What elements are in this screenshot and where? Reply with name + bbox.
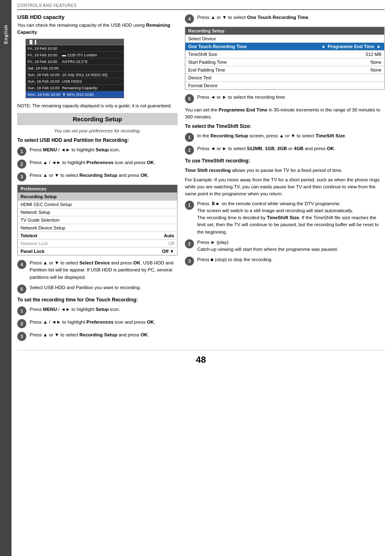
- tv-row-6: Sun, 18 Feb 10:00 USB HDD3: [26, 78, 124, 85]
- tv-row-8: Mon, 18 Feb 10:00 ▼ 86% (912.0GB): [26, 91, 124, 98]
- step-2-text: Press ▲ / ◄► to highlight Preferences ic…: [30, 159, 178, 166]
- right-column: 4 Press ▲ or ▼ to select One Touch Recor…: [185, 14, 385, 344]
- timeshift-section-heading: To select the TimeShift Size:: [185, 123, 385, 129]
- s2-step-3-text: Press ▲ or ▼ to select Recording Setup a…: [30, 331, 178, 338]
- preferences-table: Preferences Recording Setup HDMI CEC Con…: [17, 185, 178, 255]
- pref-network-lock: Network Lock Off: [18, 240, 177, 248]
- step-5-badge: 5: [17, 285, 26, 294]
- tv-row-7: Sun, 18 Feb 10:00 Remaining Capacity:: [26, 85, 124, 91]
- ts-step-2-row: 2 Press ◄ or ► to select 512MB, 1GB, 2GB…: [185, 145, 385, 155]
- rs-header: Recording Setup: [185, 27, 384, 35]
- s2-step-1-row: 1 Press MENU / ◄► to highlight Setup ico…: [17, 306, 178, 315]
- ts-step-1-row: 1 In the Recording Setup screen, press ▲…: [185, 132, 385, 142]
- pref-teletext: Teletext Auto: [18, 232, 177, 240]
- ts-step-2-text: Press ◄ or ► to select 512MB, 1GB, 2GB o…: [197, 145, 385, 152]
- side-language-tab: English: [0, 0, 12, 556]
- header-bar: CONTROLS AND FEATURES: [17, 3, 385, 10]
- usb-hdd-intro-text: You can check the remaining capacity of …: [17, 23, 145, 28]
- ts-use-step-1-text: Press ⏸► on the remote control while vie…: [197, 200, 385, 236]
- otr-step-4-text: Press ▲ or ▼ to select One Touch Recordi…: [197, 14, 385, 21]
- main-content: CONTROLS AND FEATURES USB HDD capacity Y…: [12, 0, 392, 556]
- ts-use-step-2-text: Press ► (play). Catch-up viewing will st…: [197, 239, 385, 253]
- otr-step-5-row: 5 Press ◄ or ► to select the recording t…: [185, 94, 385, 103]
- rs-select-device: Select Device: [185, 35, 384, 43]
- recording-setup-header: Recording Setup: [17, 113, 178, 125]
- ts-use-step-3-row: 3 Press ■ (stop) to stop the recording.: [185, 256, 385, 266]
- tv-screenshot: ▐▌▐ Fri, 18 Feb 10:00 Fri, 18 Feb 10:00 …: [25, 39, 124, 98]
- rs-one-touch: One Touch Recording Time ◄ Programme End…: [185, 43, 384, 51]
- pref-network-setup: Network Setup: [18, 208, 177, 216]
- rs-timeshift-size: TimeShift Size 512 MB: [185, 51, 384, 58]
- step-3-badge: 3: [17, 172, 26, 181]
- tv-row-5: Sun, 18 Feb 10:00 10 July 2011 14:30(01:…: [26, 72, 124, 78]
- otr-step-5-badge: 5: [185, 94, 194, 103]
- rs-device-test: Device Test: [185, 74, 384, 82]
- step-2-badge: 2: [17, 160, 26, 169]
- tv-signal-icon: ▐▌▐: [28, 40, 36, 44]
- timeshift-example: For Example: If you move away from the T…: [185, 176, 385, 198]
- ts-use-step-2-badge: 2: [185, 239, 194, 248]
- ts-use-step-3-text: Press ■ (stop) to stop the recording.: [197, 256, 385, 263]
- tv-row-3: Fri, 18 Feb 10:00 ASTRA 19.2°E: [26, 58, 124, 65]
- rs-start-padding: Start Padding Time None: [185, 58, 384, 66]
- s2-step-1-text: Press MENU / ◄► to highlight Setup icon.: [30, 306, 178, 313]
- step-1-text: Press MENU / ◄► to highlight Setup icon.: [30, 146, 178, 153]
- otr-step-5-text: Press ◄ or ► to select the recording tim…: [197, 94, 385, 101]
- left-column: USB HDD capacity You can check the remai…: [17, 14, 178, 344]
- pref-header: Preferences: [18, 185, 177, 193]
- step-4-row: 4 Press ▲ or ▼ to select Select Device a…: [17, 259, 178, 281]
- language-label: English: [3, 25, 8, 44]
- step-3-row: 3 Press ▲ or ▼ to select Recording Setup…: [17, 172, 178, 181]
- pref-tv-guide: TV Guide Selection: [18, 216, 177, 224]
- usb-hdd-title: USB HDD capacity: [17, 14, 178, 20]
- usb-hdd-intro: You can check the remaining capacity of …: [17, 22, 178, 36]
- two-col-layout: USB HDD capacity You can check the remai…: [17, 14, 385, 344]
- s2-step-2-text: Press ▲ / ◄► to highlight Preferences ic…: [30, 319, 178, 326]
- otr-step-4-badge: 4: [185, 14, 194, 23]
- otr-step-4-row: 4 Press ▲ or ▼ to select One Touch Recor…: [185, 14, 385, 23]
- step-5-row: 5 Select USB HDD and Partition you want …: [17, 284, 178, 294]
- ts-step-1-badge: 1: [185, 133, 194, 142]
- otr-step5-note: You can set the Programme End Time in 30…: [185, 107, 385, 121]
- use-timeshift-heading: To use TimeShift recording:: [185, 158, 385, 164]
- s2-step-2-badge: 2: [17, 319, 26, 328]
- s2-step-3-row: 3 Press ▲ or ▼ to select Recording Setup…: [17, 331, 178, 341]
- ts-step-1-text: In the Recording Setup screen, press ▲ o…: [197, 132, 385, 139]
- ts-use-step-1-row: 1 Press ⏸► on the remote control while v…: [185, 200, 385, 236]
- step-1-row: 1 Press MENU / ◄► to highlight Setup ico…: [17, 146, 178, 156]
- section1-heading: To select USB HDD and Partition for Reco…: [17, 137, 178, 143]
- ts-use-step-3-badge: 3: [185, 257, 194, 266]
- tv-header-row: ▐▌▐: [26, 39, 124, 45]
- timeshift-intro: Time Shift recording allows you to pause…: [185, 167, 385, 174]
- s2-step-2-row: 2 Press ▲ / ◄► to highlight Preferences …: [17, 319, 178, 328]
- step-4-badge: 4: [17, 260, 26, 269]
- page-number: 48: [17, 350, 385, 368]
- pref-panel-lock: Panel Lock Off ▼: [18, 248, 177, 255]
- step-5-text: Select USB HDD and Partition you want to…: [30, 284, 178, 291]
- recording-setup-table: Recording Setup Select Device One Touch …: [185, 27, 385, 90]
- tv-row-1: Fri, 18 Feb 10:00: [26, 45, 124, 52]
- tv-row-2: Fri, 18 Feb 10:00 ▬ 1235 ITV London: [26, 52, 124, 58]
- ts-step-2-badge: 2: [185, 146, 194, 155]
- step-3-text: Press ▲ or ▼ to select Recording Setup a…: [30, 172, 178, 179]
- recording-setup-subtitle: You can set your preferences for recordi…: [17, 128, 178, 133]
- pref-recording-setup: Recording Setup: [18, 193, 177, 201]
- pref-hdmi: HDMI CEC Control Setup: [18, 201, 177, 208]
- s2-step-1-badge: 1: [17, 306, 26, 315]
- s2-step-3-badge: 3: [17, 332, 26, 341]
- tv-row-4: Sat, 18 Feb 10:00: [26, 65, 124, 72]
- rs-format-device: Format Device: [185, 82, 384, 89]
- pref-network-device: Network Device Setup: [18, 224, 177, 232]
- section2-heading: To set the recording time for One Touch …: [17, 297, 178, 303]
- step-1-badge: 1: [17, 147, 26, 156]
- ts-use-step-2-row: 2 Press ► (play). Catch-up viewing will …: [185, 239, 385, 253]
- rs-end-padding: End Padding Time None: [185, 66, 384, 74]
- header-label: CONTROLS AND FEATURES: [17, 3, 77, 8]
- step-4-text: Press ▲ or ▼ to select Select Device and…: [30, 259, 178, 281]
- ts-use-step-1-badge: 1: [185, 201, 194, 210]
- note-text: NOTE: The remaining capacity displayed i…: [17, 102, 178, 109]
- step-2-row: 2 Press ▲ / ◄► to highlight Preferences …: [17, 159, 178, 169]
